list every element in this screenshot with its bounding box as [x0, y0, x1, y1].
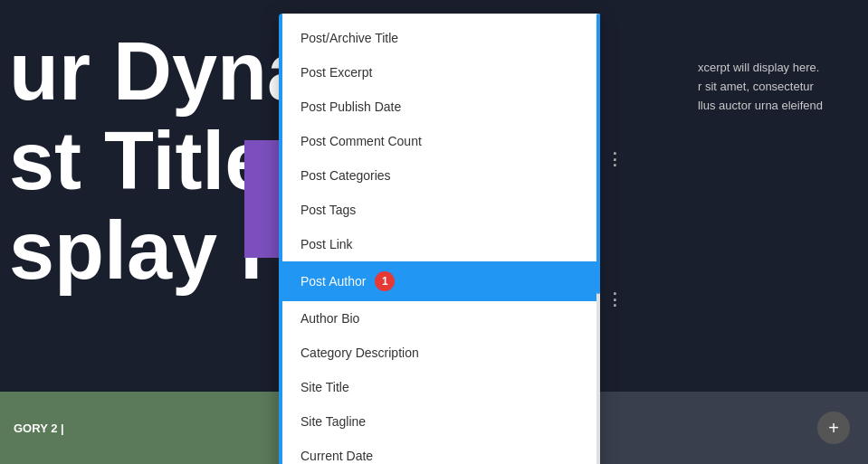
menu-item-post-comment-count[interactable]: Post Comment Count	[282, 124, 600, 158]
bottom-right-bar: +	[560, 392, 868, 464]
menu-item-site-title[interactable]: Site Title	[282, 370, 600, 404]
menu-item-post-tags[interactable]: Post Tags	[282, 193, 600, 227]
menu-item-site-tagline[interactable]: Site Tagline	[282, 404, 600, 439]
menu-item-author-bio[interactable]: Author Bio	[282, 301, 600, 336]
menu-item-post-publish-date[interactable]: Post Publish Date	[282, 90, 600, 124]
dots-icon-2: ⋮	[606, 289, 624, 309]
scrollbar[interactable]	[596, 14, 600, 464]
scrollbar-thumb	[596, 14, 600, 294]
bottom-left-bar: GORY 2 |	[0, 392, 281, 464]
dropdown-menu: Post/Archive Title Post Excerpt Post Pub…	[279, 14, 600, 464]
menu-item-category-description[interactable]: Category Description	[282, 336, 600, 370]
menu-item-post-excerpt[interactable]: Post Excerpt	[282, 55, 600, 90]
menu-item-current-date[interactable]: Current Date	[282, 439, 600, 464]
dots-icon-1: ⋮	[606, 149, 624, 169]
menu-item-post-author[interactable]: Post Author 1	[282, 261, 600, 301]
menu-item-post-archive-title[interactable]: Post/Archive Title	[282, 21, 600, 55]
post-author-badge: 1	[375, 271, 395, 291]
plus-button[interactable]: +	[817, 412, 850, 444]
menu-item-post-categories[interactable]: Post Categories	[282, 158, 600, 193]
background-excerpt: xcerpt will display here. r sit amet, co…	[698, 59, 823, 115]
menu-item-post-link[interactable]: Post Link	[282, 227, 600, 261]
bottom-left-text: GORY 2 |	[14, 421, 64, 435]
